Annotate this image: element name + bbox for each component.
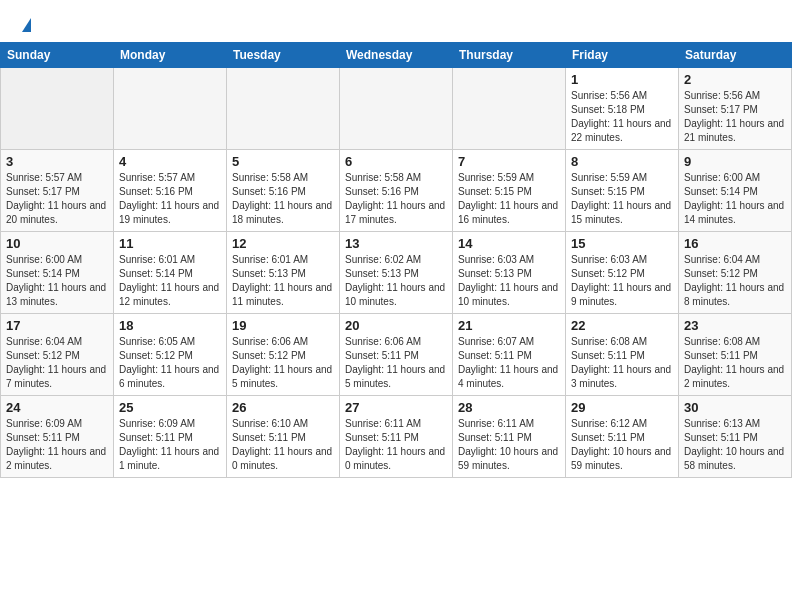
day-number: 23 (684, 318, 786, 333)
day-number: 17 (6, 318, 108, 333)
calendar-cell: 2Sunrise: 5:56 AMSunset: 5:17 PMDaylight… (679, 68, 792, 150)
day-number: 8 (571, 154, 673, 169)
day-info: Sunrise: 6:08 AMSunset: 5:11 PMDaylight:… (571, 335, 673, 391)
day-number: 27 (345, 400, 447, 415)
calendar-cell: 27Sunrise: 6:11 AMSunset: 5:11 PMDayligh… (340, 396, 453, 478)
calendar-cell: 11Sunrise: 6:01 AMSunset: 5:14 PMDayligh… (114, 232, 227, 314)
day-info: Sunrise: 6:12 AMSunset: 5:11 PMDaylight:… (571, 417, 673, 473)
calendar-cell: 23Sunrise: 6:08 AMSunset: 5:11 PMDayligh… (679, 314, 792, 396)
day-number: 11 (119, 236, 221, 251)
weekday-header-friday: Friday (566, 43, 679, 68)
day-number: 20 (345, 318, 447, 333)
day-number: 19 (232, 318, 334, 333)
day-number: 3 (6, 154, 108, 169)
day-number: 21 (458, 318, 560, 333)
calendar-cell: 5Sunrise: 5:58 AMSunset: 5:16 PMDaylight… (227, 150, 340, 232)
calendar-cell: 28Sunrise: 6:11 AMSunset: 5:11 PMDayligh… (453, 396, 566, 478)
calendar-cell: 7Sunrise: 5:59 AMSunset: 5:15 PMDaylight… (453, 150, 566, 232)
day-info: Sunrise: 6:10 AMSunset: 5:11 PMDaylight:… (232, 417, 334, 473)
day-info: Sunrise: 6:00 AMSunset: 5:14 PMDaylight:… (684, 171, 786, 227)
day-number: 26 (232, 400, 334, 415)
calendar-cell: 19Sunrise: 6:06 AMSunset: 5:12 PMDayligh… (227, 314, 340, 396)
calendar-cell: 26Sunrise: 6:10 AMSunset: 5:11 PMDayligh… (227, 396, 340, 478)
day-info: Sunrise: 6:04 AMSunset: 5:12 PMDaylight:… (6, 335, 108, 391)
calendar: SundayMondayTuesdayWednesdayThursdayFrid… (0, 42, 792, 478)
day-info: Sunrise: 5:56 AMSunset: 5:17 PMDaylight:… (684, 89, 786, 145)
logo-triangle-icon (22, 18, 31, 32)
day-number: 1 (571, 72, 673, 87)
calendar-cell: 18Sunrise: 6:05 AMSunset: 5:12 PMDayligh… (114, 314, 227, 396)
calendar-cell: 16Sunrise: 6:04 AMSunset: 5:12 PMDayligh… (679, 232, 792, 314)
day-info: Sunrise: 6:03 AMSunset: 5:13 PMDaylight:… (458, 253, 560, 309)
calendar-cell: 6Sunrise: 5:58 AMSunset: 5:16 PMDaylight… (340, 150, 453, 232)
day-info: Sunrise: 6:03 AMSunset: 5:12 PMDaylight:… (571, 253, 673, 309)
weekday-header-saturday: Saturday (679, 43, 792, 68)
day-number: 24 (6, 400, 108, 415)
day-number: 30 (684, 400, 786, 415)
day-number: 15 (571, 236, 673, 251)
day-info: Sunrise: 6:09 AMSunset: 5:11 PMDaylight:… (119, 417, 221, 473)
calendar-cell (340, 68, 453, 150)
calendar-cell: 20Sunrise: 6:06 AMSunset: 5:11 PMDayligh… (340, 314, 453, 396)
weekday-header-tuesday: Tuesday (227, 43, 340, 68)
calendar-cell: 4Sunrise: 5:57 AMSunset: 5:16 PMDaylight… (114, 150, 227, 232)
calendar-cell: 10Sunrise: 6:00 AMSunset: 5:14 PMDayligh… (1, 232, 114, 314)
day-number: 13 (345, 236, 447, 251)
calendar-cell: 22Sunrise: 6:08 AMSunset: 5:11 PMDayligh… (566, 314, 679, 396)
day-number: 2 (684, 72, 786, 87)
day-info: Sunrise: 6:06 AMSunset: 5:12 PMDaylight:… (232, 335, 334, 391)
calendar-cell: 12Sunrise: 6:01 AMSunset: 5:13 PMDayligh… (227, 232, 340, 314)
day-number: 25 (119, 400, 221, 415)
day-number: 7 (458, 154, 560, 169)
calendar-cell: 24Sunrise: 6:09 AMSunset: 5:11 PMDayligh… (1, 396, 114, 478)
calendar-cell: 30Sunrise: 6:13 AMSunset: 5:11 PMDayligh… (679, 396, 792, 478)
day-info: Sunrise: 5:59 AMSunset: 5:15 PMDaylight:… (571, 171, 673, 227)
day-info: Sunrise: 6:05 AMSunset: 5:12 PMDaylight:… (119, 335, 221, 391)
calendar-cell: 14Sunrise: 6:03 AMSunset: 5:13 PMDayligh… (453, 232, 566, 314)
day-info: Sunrise: 6:01 AMSunset: 5:13 PMDaylight:… (232, 253, 334, 309)
calendar-cell: 3Sunrise: 5:57 AMSunset: 5:17 PMDaylight… (1, 150, 114, 232)
calendar-cell (114, 68, 227, 150)
calendar-cell: 13Sunrise: 6:02 AMSunset: 5:13 PMDayligh… (340, 232, 453, 314)
calendar-cell: 8Sunrise: 5:59 AMSunset: 5:15 PMDaylight… (566, 150, 679, 232)
calendar-cell: 29Sunrise: 6:12 AMSunset: 5:11 PMDayligh… (566, 396, 679, 478)
day-info: Sunrise: 6:06 AMSunset: 5:11 PMDaylight:… (345, 335, 447, 391)
calendar-cell: 15Sunrise: 6:03 AMSunset: 5:12 PMDayligh… (566, 232, 679, 314)
calendar-cell (227, 68, 340, 150)
day-info: Sunrise: 5:57 AMSunset: 5:16 PMDaylight:… (119, 171, 221, 227)
day-info: Sunrise: 5:59 AMSunset: 5:15 PMDaylight:… (458, 171, 560, 227)
day-info: Sunrise: 6:07 AMSunset: 5:11 PMDaylight:… (458, 335, 560, 391)
day-info: Sunrise: 6:00 AMSunset: 5:14 PMDaylight:… (6, 253, 108, 309)
day-info: Sunrise: 5:58 AMSunset: 5:16 PMDaylight:… (232, 171, 334, 227)
day-info: Sunrise: 6:11 AMSunset: 5:11 PMDaylight:… (458, 417, 560, 473)
weekday-header-wednesday: Wednesday (340, 43, 453, 68)
calendar-cell: 9Sunrise: 6:00 AMSunset: 5:14 PMDaylight… (679, 150, 792, 232)
calendar-cell (453, 68, 566, 150)
day-info: Sunrise: 6:04 AMSunset: 5:12 PMDaylight:… (684, 253, 786, 309)
calendar-cell: 21Sunrise: 6:07 AMSunset: 5:11 PMDayligh… (453, 314, 566, 396)
calendar-cell: 17Sunrise: 6:04 AMSunset: 5:12 PMDayligh… (1, 314, 114, 396)
day-info: Sunrise: 5:57 AMSunset: 5:17 PMDaylight:… (6, 171, 108, 227)
day-number: 6 (345, 154, 447, 169)
calendar-cell (1, 68, 114, 150)
logo (20, 18, 31, 32)
day-number: 16 (684, 236, 786, 251)
day-info: Sunrise: 5:56 AMSunset: 5:18 PMDaylight:… (571, 89, 673, 145)
calendar-cell: 25Sunrise: 6:09 AMSunset: 5:11 PMDayligh… (114, 396, 227, 478)
weekday-header-monday: Monday (114, 43, 227, 68)
day-number: 10 (6, 236, 108, 251)
day-info: Sunrise: 6:08 AMSunset: 5:11 PMDaylight:… (684, 335, 786, 391)
day-number: 12 (232, 236, 334, 251)
day-number: 22 (571, 318, 673, 333)
day-info: Sunrise: 6:13 AMSunset: 5:11 PMDaylight:… (684, 417, 786, 473)
day-info: Sunrise: 6:11 AMSunset: 5:11 PMDaylight:… (345, 417, 447, 473)
header (0, 0, 792, 42)
day-info: Sunrise: 6:02 AMSunset: 5:13 PMDaylight:… (345, 253, 447, 309)
weekday-header-thursday: Thursday (453, 43, 566, 68)
day-number: 4 (119, 154, 221, 169)
day-number: 29 (571, 400, 673, 415)
day-info: Sunrise: 6:09 AMSunset: 5:11 PMDaylight:… (6, 417, 108, 473)
day-number: 18 (119, 318, 221, 333)
day-info: Sunrise: 6:01 AMSunset: 5:14 PMDaylight:… (119, 253, 221, 309)
day-number: 14 (458, 236, 560, 251)
